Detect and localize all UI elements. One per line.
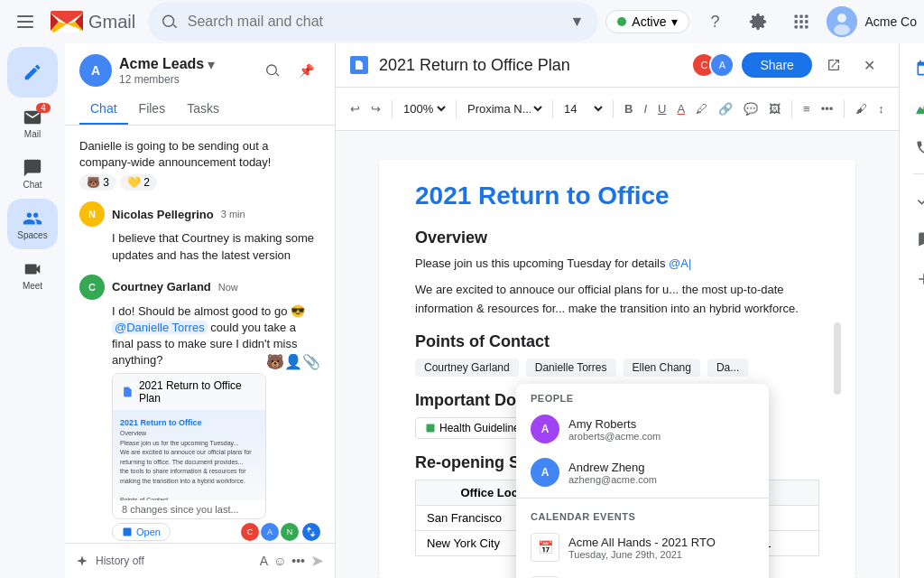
svg-rect-4	[800, 15, 803, 18]
more-options-icon[interactable]: •••	[291, 554, 305, 568]
search-chat-icon[interactable]	[259, 56, 288, 85]
suggestion-andrew[interactable]: A Andrew Zheng azheng@acme.com	[516, 451, 769, 494]
right-sidebar-phone[interactable]	[906, 130, 924, 166]
right-sidebar-calendar[interactable]	[906, 51, 924, 87]
close-doc-icon[interactable]: ✕	[855, 51, 884, 79]
suggestion-amy[interactable]: A Amy Roberts aroberts@acme.com	[516, 407, 769, 451]
suggestion-event-2[interactable]: 📅 Austin Engineers Social Hour Friday, J…	[516, 569, 769, 578]
image-button[interactable]: 🖼	[765, 102, 784, 116]
svg-rect-1	[17, 21, 33, 23]
msg-name-courtney: Courtney Garland	[112, 280, 211, 294]
suggestions-dropdown: PEOPLE A Amy Roberts aroberts@acme.com A…	[516, 384, 769, 578]
font-size-select[interactable]: 14121618	[560, 101, 605, 117]
italic-button[interactable]: I	[640, 102, 651, 116]
pin-icon[interactable]: 📌	[291, 56, 320, 85]
collab-avatar-1: C	[241, 523, 259, 541]
settings-icon[interactable]	[740, 4, 776, 40]
redo-button[interactable]: ↪	[367, 102, 384, 116]
sidebar-item-mail[interactable]: 4 Mail	[7, 98, 58, 148]
highlight-button[interactable]: 🖊	[692, 102, 711, 116]
more-format-button[interactable]: •••	[818, 102, 837, 116]
at-mention-cursor: @A|	[669, 256, 691, 270]
open-external-icon[interactable]	[819, 51, 848, 79]
msg-name-nicolas: Nicolas Pellegrino	[112, 208, 214, 221]
right-sidebar-bookmark[interactable]	[906, 221, 924, 257]
doc-card-footer: 8 changes since you last...	[113, 500, 265, 518]
help-icon[interactable]: ?	[697, 4, 733, 40]
svg-rect-9	[795, 25, 798, 28]
calendar-section-label: CALENDAR EVENTS	[516, 502, 769, 526]
font-select[interactable]: Proxima N...	[464, 101, 545, 117]
paint-format-button[interactable]: 🖌	[852, 102, 871, 116]
bold-button[interactable]: B	[621, 102, 636, 116]
doc-toolbar: ↩ ↪ 100%75%125% Proxima N... 14121618 B …	[336, 88, 899, 131]
search-bar[interactable]: ▼	[148, 2, 598, 42]
text-format-icon[interactable]: A	[260, 554, 268, 568]
link-button[interactable]: 🔗	[715, 102, 736, 116]
reaction-heart[interactable]: 💛 2	[120, 174, 157, 191]
tab-tasks[interactable]: Tasks	[176, 94, 230, 125]
underline-button[interactable]: U	[654, 102, 670, 116]
svg-rect-10	[800, 25, 803, 28]
collab-avatars: C A N	[241, 523, 299, 541]
apps-icon[interactable]	[783, 4, 819, 40]
contact-tag-4: Da...	[707, 359, 748, 377]
right-sidebar-tasks[interactable]	[906, 182, 924, 218]
sidebar-item-spaces[interactable]: Spaces	[7, 199, 58, 249]
meet-label: Meet	[23, 281, 42, 291]
doc-title: 2021 Return to Office Plan	[379, 56, 680, 75]
msg-time-courtney: Now	[218, 282, 238, 293]
contact-tag-3: Ellen Chang	[624, 359, 700, 377]
overview-text-2: We are excited to annouce our official p…	[415, 281, 819, 319]
zoom-select[interactable]: 100%75%125%	[400, 101, 448, 117]
expand-button[interactable]: ↕	[874, 102, 888, 116]
undo-button[interactable]: ↩	[346, 102, 364, 116]
doc-collab-2: A	[709, 52, 735, 78]
space-info: Acme Leads ▾ 12 members	[119, 56, 215, 86]
amy-name: Amy Roberts	[568, 417, 661, 431]
list-item: Danielle is going to be sending out a co…	[65, 133, 335, 196]
search-icon	[162, 13, 179, 31]
space-dropdown-icon[interactable]: ▾	[208, 56, 215, 73]
doc-preview-text: 2021 Return to Office Overview Please jo…	[120, 417, 258, 500]
andrew-email: azheng@acme.com	[568, 474, 657, 485]
event-1-info: Acme All Hands - 2021 RTO Tuesday, June …	[568, 536, 716, 560]
mail-label: Mail	[24, 129, 41, 139]
space-avatar: A	[79, 54, 112, 87]
text-color-button[interactable]: A	[673, 102, 688, 116]
account-avatar[interactable]	[827, 6, 857, 37]
menu-icon[interactable]	[7, 4, 43, 40]
search-dropdown-icon[interactable]: ▼	[569, 14, 584, 30]
svg-point-14	[834, 24, 850, 35]
add-to-space-icon[interactable]	[302, 523, 320, 541]
suggestion-event-1[interactable]: 📅 Acme All Hands - 2021 RTO Tuesday, Jun…	[516, 526, 769, 569]
open-doc-button[interactable]: Open	[112, 523, 171, 541]
toolbar-divider-6	[844, 100, 845, 118]
share-button[interactable]: Share	[742, 52, 811, 78]
emoji-icon[interactable]: ☺	[273, 554, 286, 568]
send-icon[interactable]: ➤	[310, 551, 324, 571]
search-input[interactable]	[188, 14, 561, 30]
right-sidebar	[899, 43, 924, 578]
sparkle-icon	[76, 555, 88, 567]
left-sidebar: 4 Mail Chat Spaces Meet	[0, 43, 65, 578]
contact-tags: Courtney Garland Danielle Torres Ellen C…	[415, 359, 819, 377]
reaction-bear[interactable]: 🐻 3	[79, 174, 116, 191]
tab-chat[interactable]: Chat	[79, 94, 128, 125]
sidebar-item-meet[interactable]: Meet	[7, 249, 58, 300]
active-status-badge[interactable]: Active ▾	[605, 10, 689, 33]
align-button[interactable]: ≡	[799, 102, 814, 116]
doc-card: 2021 Return to Office Plan 2021 Return t…	[112, 373, 266, 519]
message-body-3: I do! Should be almost good to go 😎 @Dan…	[112, 303, 320, 369]
sidebar-item-compose[interactable]	[7, 47, 58, 98]
active-chevron: ▾	[671, 14, 678, 29]
sidebar-item-chat[interactable]: Chat	[7, 148, 58, 199]
svg-point-13	[837, 14, 846, 23]
chat-label: Chat	[23, 180, 42, 190]
doc-card-header: 2021 Return to Office Plan	[113, 374, 265, 410]
right-sidebar-drive[interactable]	[906, 90, 924, 126]
comment-button[interactable]: 💬	[740, 102, 762, 116]
right-sidebar-add[interactable]	[906, 261, 924, 297]
doc-type-icon	[350, 56, 368, 74]
tab-files[interactable]: Files	[128, 94, 177, 125]
